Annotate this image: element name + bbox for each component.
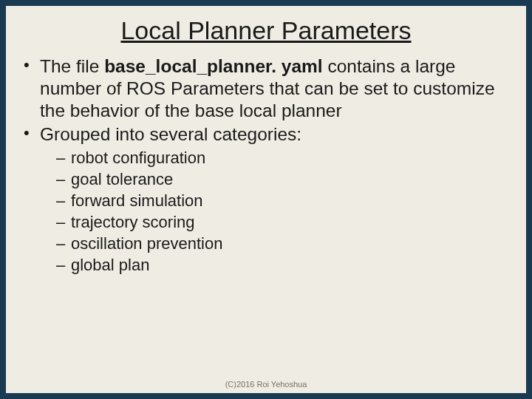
- bullet-1-pre: The file: [40, 56, 104, 76]
- slide-content: Local Planner Parameters The file base_l…: [6, 6, 526, 393]
- sub-item-2: forward simulation: [56, 190, 513, 211]
- bullet-2-text: Grouped into several categories:: [40, 124, 301, 144]
- slide-body: The file base_local_planner. yaml contai…: [6, 52, 526, 276]
- footer-copyright: (C)2016 Roi Yehoshua: [6, 380, 526, 389]
- sub-item-1: goal tolerance: [56, 168, 513, 190]
- sub-item-0: robot configuration: [56, 147, 513, 168]
- sub-item-3: trajectory scoring: [56, 211, 513, 233]
- bullet-2: Grouped into several categories: robot c…: [19, 123, 513, 276]
- sub-item-5: global plan: [56, 254, 513, 276]
- sub-item-4: oscillation prevention: [56, 233, 513, 254]
- main-list: The file base_local_planner. yaml contai…: [19, 55, 513, 276]
- bullet-1-bold: base_local_planner. yaml: [104, 56, 323, 76]
- slide-frame: Local Planner Parameters The file base_l…: [0, 0, 532, 399]
- slide-title: Local Planner Parameters: [6, 6, 526, 52]
- bullet-1: The file base_local_planner. yaml contai…: [19, 55, 513, 122]
- sub-list: robot configuration goal tolerance forwa…: [40, 147, 513, 276]
